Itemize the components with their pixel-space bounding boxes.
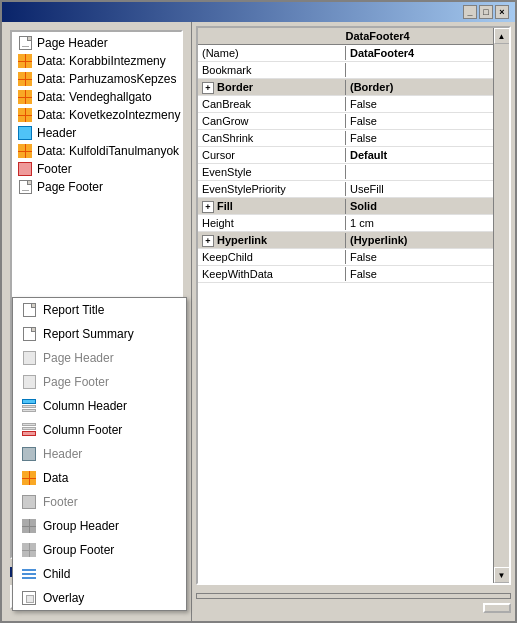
prop-row[interactable]: +Hyperlink(Hyperlink) xyxy=(198,232,493,249)
band-item-label: Page Footer xyxy=(37,180,103,194)
header-gray-menu-icon xyxy=(19,445,39,463)
property-grid-container: DataFooter4(Name)DataFooter4Bookmark+Bor… xyxy=(196,26,511,585)
prop-value-cell: 1 cm xyxy=(346,216,493,230)
prop-row[interactable]: Height1 cm xyxy=(198,215,493,232)
menu-item-group-footer[interactable]: Group Footer xyxy=(13,538,186,562)
prop-grid-header: DataFooter4 xyxy=(198,28,493,45)
configure-bands-window: _ □ × Page Header Data: KorabbiIntezmeny… xyxy=(0,0,517,623)
group-footer-menu-icon xyxy=(19,541,39,559)
expand-icon[interactable]: + xyxy=(202,82,214,94)
prop-value-cell: False xyxy=(346,97,493,111)
prop-value-cell xyxy=(346,69,493,71)
expand-icon[interactable]: + xyxy=(202,235,214,247)
page-icon xyxy=(17,35,33,51)
prop-name-cell: CanGrow xyxy=(198,114,346,128)
prop-name-cell: KeepWithData xyxy=(198,267,346,281)
prop-row[interactable]: +Border(Border) xyxy=(198,79,493,96)
prop-name-cell: Cursor xyxy=(198,148,346,162)
prop-name-value: DataFooter4 xyxy=(346,30,490,42)
menu-item-label: Child xyxy=(43,567,70,581)
prop-value-cell: False xyxy=(346,267,493,281)
grid-icon xyxy=(17,143,33,159)
prop-row[interactable]: CursorDefault xyxy=(198,147,493,164)
scroll-down-button[interactable]: ▼ xyxy=(494,567,510,583)
menu-item-column-header[interactable]: Column Header xyxy=(13,394,186,418)
group-header-menu-icon xyxy=(19,517,39,535)
page-gray-menu-icon xyxy=(19,373,39,391)
menu-item-label: Data xyxy=(43,471,68,485)
menu-item-group-header[interactable]: Group Header xyxy=(13,514,186,538)
prop-row[interactable]: CanShrinkFalse xyxy=(198,130,493,147)
prop-value-cell: (Hyperlink) xyxy=(346,233,493,247)
title-bar-buttons: _ □ × xyxy=(463,5,509,19)
prop-row[interactable]: Bookmark xyxy=(198,62,493,79)
prop-value-cell xyxy=(346,171,493,173)
prop-row[interactable]: EvenStylePriorityUseFill xyxy=(198,181,493,198)
scrollbar[interactable]: ▲ ▼ xyxy=(493,28,509,583)
col-header-menu-icon xyxy=(19,397,39,415)
menu-item-data[interactable]: Data xyxy=(13,466,186,490)
menu-item-page-footer: Page Footer xyxy=(13,370,186,394)
prop-name-cell: KeepChild xyxy=(198,250,346,264)
prop-row[interactable]: KeepWithDataFalse xyxy=(198,266,493,283)
band-item[interactable]: Data: KorabbiIntezmeny xyxy=(14,52,179,70)
band-item[interactable]: Data: ParhuzamosKepzes xyxy=(14,70,179,88)
prop-value-cell: False xyxy=(346,250,493,264)
prop-name-cell: (Name) xyxy=(198,46,346,60)
band-item-label: Data: KulfoldiTanulmanyok xyxy=(37,144,179,158)
scroll-up-button[interactable]: ▲ xyxy=(494,28,510,44)
band-item[interactable]: Data: KovetkezoIntezmeny xyxy=(14,106,179,124)
band-item[interactable]: Footer xyxy=(14,160,179,178)
prop-value-cell: False xyxy=(346,114,493,128)
grid-menu-icon xyxy=(19,469,39,487)
close-button[interactable] xyxy=(483,603,511,613)
grid-icon xyxy=(17,107,33,123)
footer-gray-menu-icon xyxy=(19,493,39,511)
prop-row[interactable]: EvenStyle xyxy=(198,164,493,181)
menu-item-column-footer[interactable]: Column Footer xyxy=(13,418,186,442)
expand-icon[interactable]: + xyxy=(202,201,214,213)
prop-value-cell: UseFill xyxy=(346,182,493,196)
band-item[interactable]: Page Header xyxy=(14,34,179,52)
maximize-button[interactable]: □ xyxy=(479,5,493,19)
grid-icon xyxy=(17,71,33,87)
menu-item-footer: Footer xyxy=(13,490,186,514)
band-item-label: Data: KorabbiIntezmeny xyxy=(37,54,166,68)
prop-row[interactable]: +FillSolid xyxy=(198,198,493,215)
band-item[interactable]: Data: KulfoldiTanulmanyok xyxy=(14,142,179,160)
menu-item-label: Report Summary xyxy=(43,327,134,341)
menu-item-label: Report Title xyxy=(43,303,104,317)
minimize-button[interactable]: _ xyxy=(463,5,477,19)
prop-name-cell: +Hyperlink xyxy=(198,233,346,248)
band-item[interactable]: Header xyxy=(14,124,179,142)
prop-name-cell: +Fill xyxy=(198,199,346,214)
footer-icon xyxy=(17,161,33,177)
menu-item-label: Group Footer xyxy=(43,543,114,557)
overlay-menu-icon xyxy=(19,589,39,607)
page-menu-icon xyxy=(19,301,39,319)
band-item[interactable]: Page Footer xyxy=(14,178,179,196)
prop-name-cell: Height xyxy=(198,216,346,230)
menu-item-report-title[interactable]: Report Title xyxy=(13,298,186,322)
grid-icon xyxy=(17,89,33,105)
menu-item-child[interactable]: Child xyxy=(13,562,186,586)
menu-item-label: Footer xyxy=(43,495,78,509)
prop-row[interactable]: KeepChildFalse xyxy=(198,249,493,266)
prop-value-cell: (Border) xyxy=(346,80,493,94)
menu-item-label: Group Header xyxy=(43,519,119,533)
prop-row[interactable]: (Name)DataFooter4 xyxy=(198,45,493,62)
close-window-button[interactable]: × xyxy=(495,5,509,19)
title-bar: _ □ × xyxy=(2,2,515,22)
prop-row[interactable]: CanGrowFalse xyxy=(198,113,493,130)
band-item-label: Header xyxy=(37,126,76,140)
menu-item-report-summary[interactable]: Report Summary xyxy=(13,322,186,346)
prop-name-cell: CanBreak xyxy=(198,97,346,111)
prop-name-cell: CanShrink xyxy=(198,131,346,145)
band-item-label: Footer xyxy=(37,162,72,176)
menu-item-overlay[interactable]: Overlay xyxy=(13,586,186,610)
band-item[interactable]: Data: Vendeghallgato xyxy=(14,88,179,106)
prop-row[interactable]: CanBreakFalse xyxy=(198,96,493,113)
prop-value-cell: DataFooter4 xyxy=(346,46,493,60)
page-menu-icon xyxy=(19,325,39,343)
header-icon xyxy=(17,125,33,141)
